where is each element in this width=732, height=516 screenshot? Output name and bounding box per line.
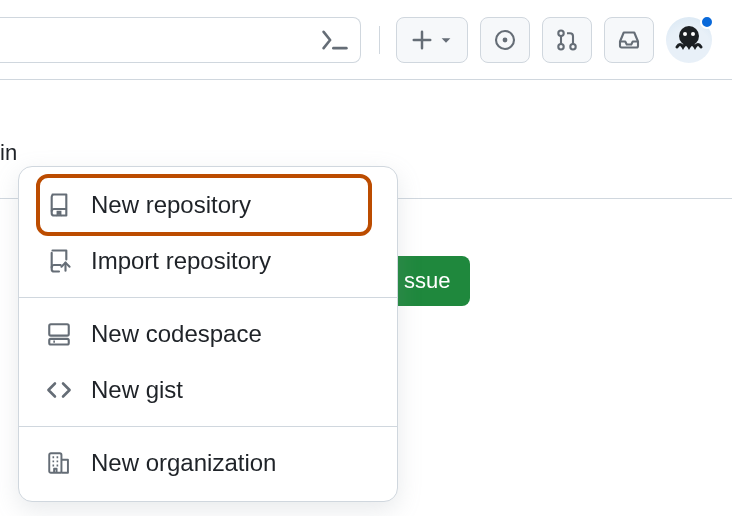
menu-item-label: New gist — [91, 376, 183, 404]
plus-icon — [411, 29, 433, 51]
code-icon — [45, 376, 73, 404]
issue-opened-icon — [493, 28, 517, 52]
svg-point-5 — [679, 26, 699, 46]
repo-import-icon — [45, 247, 73, 275]
menu-item-label: New organization — [91, 449, 276, 477]
svg-point-2 — [558, 30, 563, 35]
svg-point-3 — [558, 44, 563, 49]
search-field-stub[interactable] — [0, 17, 361, 63]
menu-item-import-repository[interactable]: Import repository — [19, 233, 397, 289]
codespace-icon — [45, 320, 73, 348]
page-body: in ssue New repository — [0, 80, 732, 516]
create-new-menu: New repository Import repository — [18, 166, 398, 502]
pull-requests-button[interactable] — [542, 17, 592, 63]
menu-item-new-gist[interactable]: New gist — [19, 362, 397, 418]
menu-item-label: New repository — [91, 191, 251, 219]
organization-icon — [45, 449, 73, 477]
svg-point-7 — [691, 32, 695, 36]
menu-item-new-repository[interactable]: New repository — [19, 177, 397, 233]
git-pull-request-icon — [555, 28, 579, 52]
menu-item-new-codespace[interactable]: New codespace — [19, 306, 397, 362]
notification-indicator — [700, 15, 714, 29]
menu-item-new-organization[interactable]: New organization — [19, 435, 397, 491]
user-menu[interactable] — [666, 17, 712, 63]
menu-item-label: New codespace — [91, 320, 262, 348]
create-new-button[interactable] — [396, 17, 468, 63]
top-bar — [0, 0, 732, 80]
menu-item-label: Import repository — [91, 247, 271, 275]
svg-rect-9 — [49, 339, 69, 345]
issues-button[interactable] — [480, 17, 530, 63]
command-palette-icon[interactable] — [322, 27, 348, 53]
menu-separator — [19, 426, 397, 427]
notifications-button[interactable] — [604, 17, 654, 63]
svg-rect-10 — [49, 453, 61, 473]
svg-point-6 — [683, 32, 687, 36]
inbox-icon — [617, 28, 641, 52]
chevron-down-icon — [439, 33, 453, 47]
repo-icon — [45, 191, 73, 219]
svg-point-1 — [503, 37, 508, 42]
menu-separator — [19, 297, 397, 298]
svg-point-4 — [570, 44, 575, 49]
svg-rect-8 — [49, 324, 69, 335]
divider — [379, 26, 380, 54]
text-fragment: in — [0, 140, 17, 166]
